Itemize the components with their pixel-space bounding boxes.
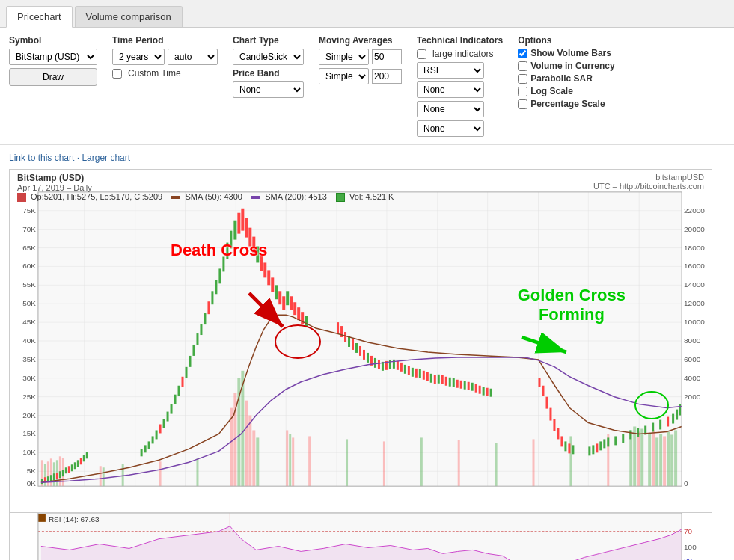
svg-rect-151 xyxy=(378,360,380,369)
svg-rect-105 xyxy=(178,386,180,396)
percentage-scale-checkbox[interactable] xyxy=(518,99,527,109)
volume-currency-option[interactable]: Volume in Currency xyxy=(518,61,614,71)
svg-text:5K: 5K xyxy=(27,467,37,475)
svg-rect-183 xyxy=(542,386,544,396)
draw-button[interactable]: Draw xyxy=(9,68,97,86)
svg-text:65K: 65K xyxy=(22,244,36,252)
svg-rect-191 xyxy=(572,445,574,454)
ma-period1-input[interactable] xyxy=(372,49,402,64)
svg-rect-102 xyxy=(167,412,169,422)
svg-rect-48 xyxy=(252,430,255,486)
svg-rect-179 xyxy=(483,387,485,396)
svg-text:40K: 40K xyxy=(22,336,36,345)
svg-rect-101 xyxy=(163,419,165,428)
svg-rect-188 xyxy=(560,436,563,446)
log-scale-option[interactable]: Log Scale xyxy=(518,86,614,96)
indicator3-select[interactable]: None RSI MACD xyxy=(417,101,484,117)
show-volume-bars-option[interactable]: Show Volume Bars xyxy=(518,48,614,58)
ma-period2-input[interactable] xyxy=(372,69,402,84)
price-band-select[interactable]: None Bollinger Envelope xyxy=(233,81,304,98)
golden-cross-circle-svg xyxy=(633,387,670,424)
svg-line-1 xyxy=(522,337,566,352)
volume-currency-checkbox[interactable] xyxy=(518,61,527,71)
svg-rect-71 xyxy=(648,434,651,486)
svg-rect-93 xyxy=(83,455,85,461)
svg-rect-72 xyxy=(652,430,655,486)
main-chart-container: BitStamp (USD) Apr 17, 2019 – Daily Op:5… xyxy=(9,169,712,513)
svg-rect-112 xyxy=(204,313,206,324)
symbol-group: Symbol BitStamp (USD) Coinbase (USD) Kra… xyxy=(9,35,97,86)
svg-rect-64 xyxy=(533,439,535,486)
svg-text:14000: 14000 xyxy=(684,280,705,289)
svg-text:20K: 20K xyxy=(22,411,36,419)
svg-rect-168 xyxy=(441,375,444,384)
svg-rect-199 xyxy=(622,434,624,443)
period-select[interactable]: 1 year 2 years 3 years 5 years All xyxy=(112,49,165,65)
chart-area: Link to this chart · Larger chart BitSta… xyxy=(0,145,734,560)
svg-text:4000: 4000 xyxy=(684,374,701,382)
symbol-label: Symbol xyxy=(9,35,97,46)
svg-rect-76 xyxy=(667,431,670,486)
chart-type-select[interactable]: CandleStick Line Bar OHLC xyxy=(233,49,304,65)
indicator4-select[interactable]: None RSI MACD xyxy=(417,120,484,137)
svg-rect-157 xyxy=(400,363,403,372)
svg-rect-84 xyxy=(56,473,58,479)
svg-text:75K: 75K xyxy=(22,206,36,215)
symbol-select[interactable]: BitStamp (USD) Coinbase (USD) Kraken (US… xyxy=(9,49,97,65)
chart-legend: Op:5201, Hi:5275, Lo:5170, Cl:5209 SMA (… xyxy=(17,192,394,202)
svg-rect-56 xyxy=(159,461,162,486)
ma-type2-select[interactable]: Simple EMA WMA xyxy=(319,68,369,84)
svg-text:30: 30 xyxy=(684,556,693,560)
resolution-select[interactable]: auto daily weekly xyxy=(168,49,218,65)
svg-rect-181 xyxy=(490,389,492,397)
svg-rect-129 xyxy=(267,270,270,285)
large-indicators-checkbox[interactable] xyxy=(417,49,426,59)
parabolic-sar-option[interactable]: Parabolic SAR xyxy=(518,73,614,84)
ma-type1-select[interactable]: Simple EMA WMA xyxy=(319,49,369,65)
svg-rect-92 xyxy=(80,458,82,464)
tab-pricechart[interactable]: Pricechart xyxy=(6,6,73,28)
svg-rect-174 xyxy=(464,381,466,390)
svg-text:18000: 18000 xyxy=(684,244,705,252)
link-to-chart[interactable]: Link to this chart xyxy=(9,153,74,163)
log-scale-checkbox[interactable] xyxy=(518,87,527,96)
svg-rect-186 xyxy=(553,419,555,431)
svg-text:45K: 45K xyxy=(22,318,36,326)
show-volume-bars-checkbox[interactable] xyxy=(518,49,527,58)
svg-rect-159 xyxy=(408,366,410,375)
svg-text:30K: 30K xyxy=(22,374,36,382)
svg-rect-190 xyxy=(568,443,570,453)
svg-rect-59 xyxy=(346,439,348,486)
svg-rect-148 xyxy=(367,353,369,363)
svg-rect-175 xyxy=(468,382,470,390)
time-period-group: Time Period 1 year 2 years 3 years 5 yea… xyxy=(112,35,218,79)
larger-chart-link[interactable]: Larger chart xyxy=(82,153,130,163)
svg-rect-69 xyxy=(637,431,640,486)
tab-volume-comparison[interactable]: Volume comparison xyxy=(75,6,183,27)
svg-rect-169 xyxy=(445,377,447,386)
svg-rect-116 xyxy=(218,268,221,283)
parabolic-sar-checkbox[interactable] xyxy=(518,74,527,84)
custom-time-checkbox[interactable] xyxy=(112,69,122,79)
time-period-label: Time Period xyxy=(112,35,218,46)
golden-cross-label: Golden CrossForming xyxy=(518,286,626,363)
svg-rect-144 xyxy=(352,339,354,350)
volume-currency-label: Volume in Currency xyxy=(530,61,614,71)
svg-rect-156 xyxy=(397,361,399,370)
parabolic-sar-label: Parabolic SAR xyxy=(530,73,593,84)
svg-rect-54 xyxy=(103,467,105,486)
y-axis-right-labels: 22000 20000 18000 16000 14000 12000 1000… xyxy=(684,206,705,487)
svg-rect-82 xyxy=(50,475,52,481)
svg-rect-189 xyxy=(564,441,566,451)
svg-rect-100 xyxy=(159,425,162,434)
show-volume-bars-label: Show Volume Bars xyxy=(530,48,611,58)
indicator2-select[interactable]: None RSI MACD xyxy=(417,81,484,98)
svg-rect-103 xyxy=(171,404,173,414)
indicator1-select[interactable]: RSI MACD Stochastic None xyxy=(417,62,484,79)
svg-rect-162 xyxy=(419,369,421,378)
rsi-container: RSI (14): 67.63 70 30 0 100 xyxy=(9,513,712,560)
svg-text:6000: 6000 xyxy=(684,355,701,363)
percentage-scale-option[interactable]: Percentage Scale xyxy=(518,99,614,109)
svg-rect-170 xyxy=(449,378,451,387)
chart-watermark: bitstampUSD UTC – http://bitcoincharts.c… xyxy=(593,173,704,191)
